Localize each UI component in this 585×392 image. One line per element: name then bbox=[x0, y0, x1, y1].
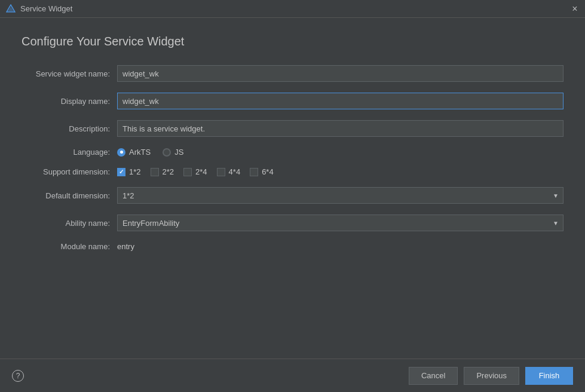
default-dimension-row: Default dimension: 1*2 2*2 2*4 4*4 6*4 ▼ bbox=[22, 187, 563, 204]
service-widget-name-input[interactable] bbox=[117, 65, 563, 82]
previous-button[interactable]: Previous bbox=[464, 367, 519, 385]
help-button[interactable]: ? bbox=[12, 370, 24, 382]
dialog-title: Configure Your Service Widget bbox=[22, 35, 563, 48]
default-dimension-label: Default dimension: bbox=[22, 191, 117, 200]
support-dimension-group: 1*2 2*2 2*4 4*4 6*4 bbox=[117, 167, 274, 176]
js-radio[interactable] bbox=[163, 148, 171, 157]
module-name-value: entry bbox=[117, 242, 134, 251]
dim-2x2-checkbox[interactable] bbox=[151, 168, 159, 176]
module-name-label: Module name: bbox=[22, 242, 117, 251]
dim-2x2-item[interactable]: 2*2 bbox=[151, 167, 174, 176]
display-name-input[interactable] bbox=[117, 93, 563, 109]
ability-name-row: Ability name: EntryFormAbility ▼ bbox=[22, 215, 563, 231]
ability-name-select[interactable]: EntryFormAbility bbox=[117, 215, 563, 231]
description-input[interactable] bbox=[117, 120, 563, 137]
dim-2x4-checkbox[interactable] bbox=[183, 168, 192, 176]
title-bar: Service Widget × bbox=[0, 0, 585, 18]
service-widget-name-label: Service widget name: bbox=[22, 69, 117, 78]
ability-name-label: Ability name: bbox=[22, 219, 117, 228]
dim-4x4-label: 4*4 bbox=[229, 167, 241, 176]
finish-button[interactable]: Finish bbox=[525, 367, 573, 385]
dim-6x4-label: 6*4 bbox=[262, 167, 274, 176]
cancel-button[interactable]: Cancel bbox=[409, 367, 458, 385]
form-section: Service widget name: Display name: Descr… bbox=[22, 65, 563, 347]
default-dimension-wrapper: 1*2 2*2 2*4 4*4 6*4 ▼ bbox=[117, 187, 563, 204]
dim-6x4-checkbox[interactable] bbox=[250, 168, 258, 176]
description-row: Description: bbox=[22, 120, 563, 137]
arkts-radio[interactable] bbox=[117, 148, 125, 157]
dim-1x2-item[interactable]: 1*2 bbox=[117, 167, 141, 176]
language-row: Language: ArkTS JS bbox=[22, 148, 563, 157]
ability-name-wrapper: EntryFormAbility ▼ bbox=[117, 215, 563, 231]
dim-1x2-label: 1*2 bbox=[129, 167, 141, 176]
description-label: Description: bbox=[22, 124, 117, 133]
module-name-row: Module name: entry bbox=[22, 242, 563, 251]
default-dimension-select[interactable]: 1*2 2*2 2*4 4*4 6*4 bbox=[117, 187, 563, 204]
dim-4x4-checkbox[interactable] bbox=[217, 168, 225, 176]
window-title: Service Widget bbox=[20, 4, 571, 13]
language-js-option[interactable]: JS bbox=[163, 148, 183, 157]
footer-buttons: Cancel Previous Finish bbox=[409, 367, 573, 385]
close-button[interactable]: × bbox=[571, 5, 579, 13]
app-icon bbox=[6, 4, 16, 14]
dim-2x4-item[interactable]: 2*4 bbox=[183, 167, 207, 176]
display-name-label: Display name: bbox=[22, 97, 117, 106]
dim-1x2-checkbox[interactable] bbox=[117, 168, 125, 176]
support-dimension-row: Support dimension: 1*2 2*2 2*4 4*4 bbox=[22, 167, 563, 176]
dim-4x4-item[interactable]: 4*4 bbox=[217, 167, 241, 176]
dim-6x4-item[interactable]: 6*4 bbox=[250, 167, 274, 176]
footer: ? Cancel Previous Finish bbox=[0, 359, 585, 392]
dialog-body: Configure Your Service Widget Service wi… bbox=[0, 18, 585, 359]
js-label: JS bbox=[174, 148, 183, 157]
language-label: Language: bbox=[22, 148, 117, 157]
service-widget-name-row: Service widget name: bbox=[22, 65, 563, 82]
display-name-row: Display name: bbox=[22, 93, 563, 109]
support-dimension-label: Support dimension: bbox=[22, 167, 117, 176]
language-radio-group: ArkTS JS bbox=[117, 148, 183, 157]
arkts-label: ArkTS bbox=[129, 148, 151, 157]
language-arkts-option[interactable]: ArkTS bbox=[117, 148, 151, 157]
dim-2x2-label: 2*2 bbox=[163, 167, 174, 176]
dim-2x4-label: 2*4 bbox=[195, 167, 207, 176]
